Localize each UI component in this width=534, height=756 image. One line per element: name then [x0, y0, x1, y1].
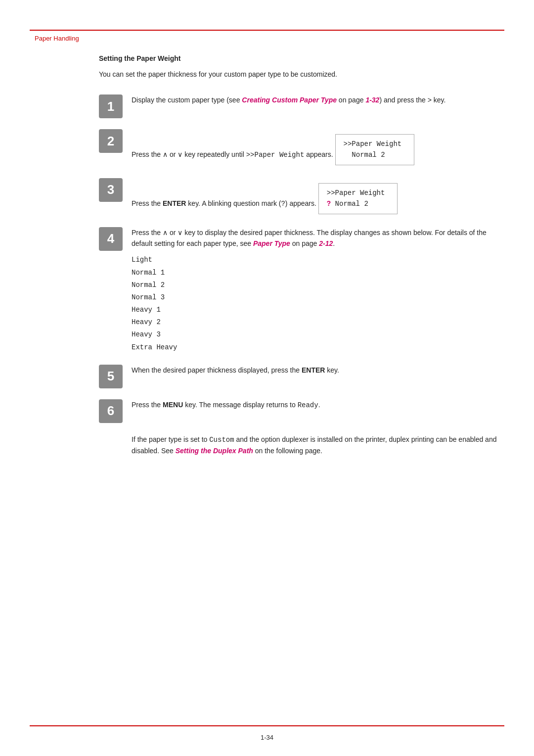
page-2-12-link[interactable]: 2-12	[319, 239, 333, 247]
step-2: 2 Press the ∧ or ∨ key repeatedly until …	[99, 129, 499, 167]
step-5-content: When the desired paper thickness display…	[132, 365, 499, 376]
step-number-5: 5	[99, 365, 123, 388]
enter-label-5: ENTER	[302, 366, 325, 374]
step-number-1: 1	[99, 94, 123, 118]
step-3-content: Press the ENTER key. A blinking question…	[132, 178, 499, 216]
bottom-decorative-line	[30, 725, 504, 726]
page-container: Paper Handling 1-34 Setting the Paper We…	[0, 0, 534, 756]
page-1-32-link[interactable]: 1-32	[365, 96, 379, 104]
enter-label-3: ENTER	[163, 199, 186, 207]
creating-custom-paper-type-link[interactable]: Creating Custom Paper Type	[242, 96, 337, 104]
intro-paragraph: You can set the paper thickness for your…	[99, 69, 499, 80]
steps-list: 1 Display the custom paper type (see Cre…	[99, 94, 499, 434]
step-number-4: 4	[99, 227, 123, 251]
step-1-content: Display the custom paper type (see Creat…	[132, 94, 499, 105]
breadcrumb: Paper Handling	[35, 35, 79, 42]
blink-cursor: ?	[327, 200, 331, 208]
step-6: 6 Press the MENU key. The message displa…	[99, 399, 499, 423]
step-2-content: Press the ∧ or ∨ key repeatedly until >>…	[132, 129, 499, 167]
display-box-step3: >>Paper Weight? Normal 2	[318, 183, 398, 214]
step-5: 5 When the desired paper thickness displ…	[99, 365, 499, 388]
step-3: 3 Press the ENTER key. A blinking questi…	[99, 178, 499, 216]
section-title: Setting the Paper Weight	[99, 54, 499, 62]
main-content: Setting the Paper Weight You can set the…	[99, 54, 499, 716]
display-box-step2: >>Paper Weight Normal 2	[335, 134, 414, 165]
paper-type-link[interactable]: Paper Type	[253, 239, 290, 247]
menu-label-6: MENU	[163, 401, 183, 409]
page-footer: 1-34	[0, 734, 534, 741]
step-number-2: 2	[99, 129, 123, 153]
step-number-3: 3	[99, 178, 123, 202]
setting-duplex-path-link[interactable]: Setting the Duplex Path	[176, 447, 253, 455]
continuation-paragraph: If the paper type is set to Custom and t…	[132, 434, 499, 457]
step-1: 1 Display the custom paper type (see Cre…	[99, 94, 499, 118]
step-4: 4 Press the ∧ or ∨ key to display the de…	[99, 227, 499, 354]
step-6-content: Press the MENU key. The message display …	[132, 399, 499, 411]
step-4-content: Press the ∧ or ∨ key to display the desi…	[132, 227, 499, 354]
paper-thickness-list: Light Normal 1 Normal 2 Normal 3 Heavy 1…	[132, 254, 499, 354]
top-decorative-line	[30, 30, 504, 31]
step-number-6: 6	[99, 399, 123, 423]
